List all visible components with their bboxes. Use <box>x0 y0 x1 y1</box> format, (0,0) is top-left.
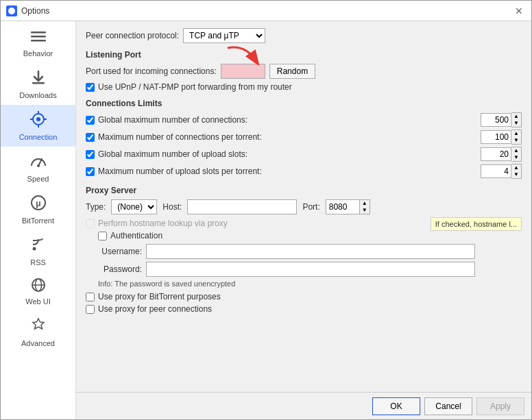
use-proxy-peer-label: Use proxy for peer connections <box>98 304 212 314</box>
window-title: Options <box>21 6 49 16</box>
proxy-host-label: Host: <box>162 202 182 212</box>
advanced-icon <box>29 317 47 337</box>
svg-rect-2 <box>31 36 46 38</box>
connection-limits-section: Connections Limits Global maximum number… <box>86 99 522 179</box>
sidebar-item-rss[interactable]: RSS <box>1 230 75 272</box>
limit-checkbox-0[interactable] <box>86 116 95 125</box>
panel-content: Peer connection protocol: TCP and µTP Li… <box>76 21 531 392</box>
limit-label-3: Maximum number of upload slots per torre… <box>98 166 262 176</box>
password-row: Password: <box>98 262 522 277</box>
proxy-host-input[interactable] <box>187 199 297 214</box>
limit-row-1: Maximum number of connections per torren… <box>86 129 522 145</box>
sidebar-label-advanced: Advanced <box>21 339 55 347</box>
speed-icon <box>29 152 47 173</box>
spin-down-1[interactable]: ▼ <box>511 137 521 144</box>
username-row: Username: <box>98 244 522 259</box>
auth-label: Authentication <box>110 231 162 240</box>
peer-protocol-row: Peer connection protocol: TCP and µTP <box>86 28 522 43</box>
limit-row-0: Global maximum number of connections: ▲ … <box>86 112 522 127</box>
close-button[interactable]: ✕ <box>512 4 526 18</box>
limit-checkbox-3[interactable] <box>86 167 95 176</box>
sidebar-item-advanced[interactable]: Advanced <box>1 311 75 353</box>
hostname-lookup-label: Perform hostname lookup via proxy <box>98 219 228 228</box>
options-window: Options ✕ Behavior <box>0 0 532 420</box>
spinbox-2: ▲ ▼ <box>481 147 522 162</box>
sidebar-item-speed[interactable]: Speed <box>1 147 75 188</box>
spin-down-0[interactable]: ▼ <box>511 120 521 127</box>
sidebar-item-behavior[interactable]: Behavior <box>1 24 75 63</box>
limit-label-1: Maximum number of connections per torren… <box>98 132 262 142</box>
cancel-button[interactable]: Cancel <box>424 397 472 415</box>
spin-up-3[interactable]: ▲ <box>511 164 521 171</box>
port-label: Port used for incoming connections: <box>86 66 217 76</box>
sidebar-item-connection[interactable]: Connection <box>1 105 75 147</box>
password-label: Password: <box>98 264 146 274</box>
auth-checkbox[interactable] <box>98 232 107 240</box>
ok-button[interactable]: OK <box>372 397 420 415</box>
spinbox-1: ▲ ▼ <box>481 129 522 145</box>
rss-icon <box>29 236 47 256</box>
listening-port-header: Listening Port <box>86 50 522 60</box>
proxy-type-select[interactable]: (None) <box>111 199 157 214</box>
app-icon <box>6 5 17 16</box>
spinbox-input-1[interactable] <box>481 130 511 144</box>
spin-up-2[interactable]: ▲ <box>511 147 521 154</box>
peer-protocol-select[interactable]: TCP and µTP <box>183 28 265 43</box>
listening-port-section: Listening Port Port used for incoming co… <box>86 50 522 92</box>
svg-point-12 <box>37 164 40 167</box>
proxy-port-spin-down[interactable]: ▼ <box>360 207 370 214</box>
spin-down-2[interactable]: ▼ <box>511 154 521 161</box>
proxy-type-row: Type: (None) Host: Port: ▲ ▼ <box>86 199 522 214</box>
content-area: Behavior Downloads <box>1 21 531 419</box>
port-row: Port used for incoming connections: <box>86 64 522 79</box>
use-proxy-bittorrent-checkbox[interactable] <box>86 293 95 301</box>
upnp-row: Use UPnP / NAT-PMP port forwarding from … <box>86 82 522 92</box>
spin-up-0[interactable]: ▲ <box>511 113 521 120</box>
svg-text:μ: μ <box>36 199 40 208</box>
bottom-bar: OK Cancel Apply <box>76 392 531 419</box>
sidebar-item-bittorrent[interactable]: μ BitTorrent <box>1 188 75 230</box>
tooltip: If checked, hostname l... <box>431 217 522 231</box>
auth-header: Authentication <box>98 231 522 240</box>
spinbox-input-0[interactable] <box>481 113 511 127</box>
spin-down-3[interactable]: ▼ <box>511 171 521 178</box>
use-proxy-bittorrent-row: Use proxy for BitTorrent purposes <box>86 292 522 301</box>
sidebar-label-downloads: Downloads <box>19 91 56 99</box>
random-button[interactable]: Random <box>269 64 315 79</box>
bittorrent-icon: μ <box>29 194 47 214</box>
proxy-server-header: Proxy Server <box>86 186 522 195</box>
svg-point-6 <box>36 117 40 121</box>
svg-rect-4 <box>32 82 45 84</box>
hostname-lookup-checkbox[interactable] <box>86 219 95 228</box>
limit-label-0: Global maximum number of connections: <box>98 115 247 125</box>
sidebar-label-connection: Connection <box>19 133 58 141</box>
proxy-port-spin-up[interactable]: ▲ <box>360 200 370 207</box>
sidebar-label-behavior: Behavior <box>23 49 53 58</box>
connection-limits-header: Connections Limits <box>86 99 522 108</box>
upnp-checkbox[interactable] <box>86 83 95 92</box>
sidebar: Behavior Downloads <box>1 21 76 419</box>
spinbox-input-2[interactable] <box>481 147 511 161</box>
sidebar-label-webui: Web UI <box>25 297 50 306</box>
connection-icon <box>29 110 48 131</box>
limit-checkbox-1[interactable] <box>86 133 95 142</box>
password-input[interactable] <box>146 262 475 277</box>
spinbox-input-3[interactable] <box>481 164 511 178</box>
proxy-port-input[interactable] <box>326 199 360 214</box>
username-input[interactable] <box>146 244 475 259</box>
behavior-icon <box>29 29 47 47</box>
title-bar: Options ✕ <box>1 1 531 21</box>
sidebar-item-webui[interactable]: Web UI <box>1 272 75 311</box>
use-proxy-peer-checkbox[interactable] <box>86 305 95 314</box>
svg-rect-3 <box>31 40 46 42</box>
sidebar-label-bittorrent: BitTorrent <box>22 217 54 225</box>
limit-checkbox-2[interactable] <box>86 150 95 159</box>
apply-button[interactable]: Apply <box>476 397 524 415</box>
downloads-icon <box>29 69 47 89</box>
port-input[interactable] <box>221 64 265 79</box>
sidebar-item-downloads[interactable]: Downloads <box>1 63 75 105</box>
upnp-label: Use UPnP / NAT-PMP port forwarding from … <box>98 82 292 92</box>
use-proxy-peer-row: Use proxy for peer connections <box>86 304 522 314</box>
limit-row-2: Global maximum number of upload slots: ▲… <box>86 147 522 162</box>
spin-up-1[interactable]: ▲ <box>511 130 521 137</box>
